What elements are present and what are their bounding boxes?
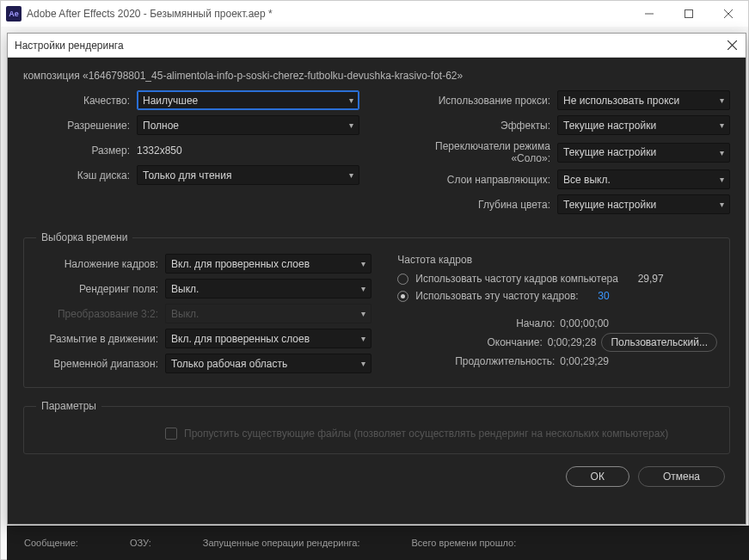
time-sampling-legend: Выборка времени xyxy=(36,231,132,243)
svg-rect-1 xyxy=(685,10,693,18)
frameblend-dropdown[interactable]: Вкл. для проверенных слоев▾ xyxy=(165,254,371,274)
chevron-down-icon: ▾ xyxy=(349,170,353,180)
effects-dropdown[interactable]: Текущие настройки▾ xyxy=(557,115,730,135)
window-minimize-button[interactable] xyxy=(629,1,669,27)
window-maximize-button[interactable] xyxy=(669,1,709,27)
app-icon: Ae xyxy=(6,6,21,22)
custom-timespan-button[interactable]: Пользовательский... xyxy=(601,333,717,352)
depth-label: Глубина цвета: xyxy=(394,199,557,211)
chevron-down-icon: ▾ xyxy=(720,120,724,130)
framerate-comp-value: 29,97 xyxy=(638,273,664,285)
proxy-label: Использование прокси: xyxy=(394,95,557,107)
guides-label: Слои направляющих: xyxy=(394,174,557,186)
quality-dropdown[interactable]: Наилучшее▾ xyxy=(137,90,359,110)
size-label: Размер: xyxy=(23,145,137,157)
framerate-custom-value[interactable]: 30 xyxy=(598,290,609,302)
chevron-down-icon: ▾ xyxy=(361,309,365,318)
effects-label: Эффекты: xyxy=(394,120,557,132)
dialog-close-button[interactable] xyxy=(725,39,739,52)
chevron-down-icon: ▾ xyxy=(361,334,365,343)
window-close-button[interactable] xyxy=(709,1,748,27)
status-ops-label: Запущенные операции рендеринга: xyxy=(203,538,360,548)
motionblur-dropdown[interactable]: Вкл. для проверенных слоев▾ xyxy=(165,329,371,348)
cancel-button[interactable]: Отмена xyxy=(638,466,725,487)
status-message-label: Сообщение: xyxy=(24,538,78,548)
duration-label: Продолжительность: xyxy=(455,355,555,367)
radio-icon xyxy=(397,291,408,302)
status-ram-label: ОЗУ: xyxy=(130,538,151,548)
skip-existing-label: Пропустить существующие файлы (позволяет… xyxy=(184,428,668,440)
proxy-dropdown[interactable]: Не использовать прокси▾ xyxy=(557,90,730,110)
chevron-down-icon: ▾ xyxy=(349,95,353,105)
guides-dropdown[interactable]: Все выкл.▾ xyxy=(557,169,730,189)
solo-dropdown[interactable]: Текущие настройки▾ xyxy=(557,143,730,163)
depth-dropdown[interactable]: Текущие настройки▾ xyxy=(557,194,730,214)
ok-button[interactable]: ОК xyxy=(566,466,629,487)
chevron-down-icon: ▾ xyxy=(720,148,724,157)
duration-value: 0;00;29;29 xyxy=(560,355,609,367)
framerate-comp-radio-row[interactable]: Использовать частоту кадров компьютера 2… xyxy=(397,273,717,285)
framerate-heading: Частота кадров xyxy=(397,254,717,266)
skip-existing-checkbox xyxy=(165,428,177,440)
chevron-down-icon: ▾ xyxy=(361,259,365,268)
resolution-label: Разрешение: xyxy=(23,120,137,132)
chevron-down-icon: ▾ xyxy=(361,359,365,368)
quality-label: Качество: xyxy=(23,95,137,107)
start-value: 0;00;00;00 xyxy=(560,317,609,329)
window-title: Adobe After Effects 2020 - Безымянный пр… xyxy=(27,8,629,20)
chevron-down-icon: ▾ xyxy=(720,95,724,105)
size-value: 1332x850 xyxy=(137,145,182,157)
start-label: Начало: xyxy=(516,317,555,329)
chevron-down-icon: ▾ xyxy=(361,284,365,293)
timespan-dropdown[interactable]: Только рабочая область▾ xyxy=(165,354,371,373)
dialog-body: композиция «1646798801_45-alimentola-inf… xyxy=(8,58,746,524)
time-sampling-group: Выборка времени Наложение кадров: Вкл. д… xyxy=(23,231,730,388)
resolution-dropdown[interactable]: Полное▾ xyxy=(137,115,359,135)
diskcache-dropdown[interactable]: Только для чтения▾ xyxy=(137,165,359,185)
frameblend-label: Наложение кадров: xyxy=(36,258,165,270)
end-label: Окончание: xyxy=(487,336,542,348)
render-settings-dialog: Настройки рендеринга композиция «1646798… xyxy=(7,33,746,525)
motionblur-label: Размытие в движении: xyxy=(36,333,165,345)
radio-icon xyxy=(397,274,408,285)
dialog-title: Настройки рендеринга xyxy=(15,40,725,52)
options-legend: Параметры xyxy=(36,400,101,412)
chevron-down-icon: ▾ xyxy=(720,175,724,184)
status-elapsed-label: Всего времени прошло: xyxy=(412,538,517,548)
framerate-custom-label: Использовать эту частоту кадров: xyxy=(415,290,578,302)
chevron-down-icon: ▾ xyxy=(349,120,353,130)
dialog-titlebar[interactable]: Настройки рендеринга xyxy=(8,34,746,58)
fieldrender-label: Рендеринг поля: xyxy=(36,283,165,295)
status-bar: Сообщение: ОЗУ: Запущенные операции ренд… xyxy=(7,526,749,560)
solo-label: Переключатели режима «Соло»: xyxy=(394,140,557,164)
pulldown-label: Преобразование 3:2: xyxy=(36,308,165,320)
window-titlebar[interactable]: Ae Adobe After Effects 2020 - Безымянный… xyxy=(1,1,748,27)
framerate-comp-label: Использовать частоту кадров компьютера xyxy=(415,273,618,285)
framerate-custom-radio-row[interactable]: Использовать эту частоту кадров: 30 xyxy=(397,290,717,302)
composition-name: композиция «1646798801_45-alimentola-inf… xyxy=(23,70,730,82)
end-value: 0;00;29;28 xyxy=(548,336,597,348)
fieldrender-dropdown[interactable]: Выкл.▾ xyxy=(165,279,371,298)
pulldown-dropdown: Выкл.▾ xyxy=(165,304,371,323)
options-group: Параметры Пропустить существующие файлы … xyxy=(23,400,730,454)
timespan-label: Временной диапазон: xyxy=(36,358,165,370)
diskcache-label: Кэш диска: xyxy=(23,169,137,182)
chevron-down-icon: ▾ xyxy=(720,200,724,209)
